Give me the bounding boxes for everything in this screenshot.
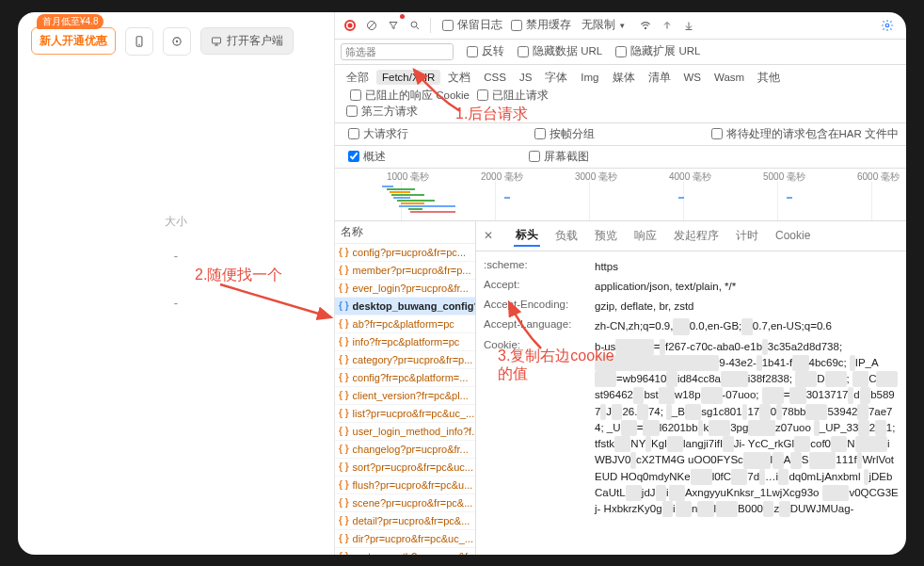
kv-row: Cookie:b-usxxxxxxx=xf267-c70c-aba0-e1bx3…: [484, 337, 899, 520]
accept-value: application/json, text/plain, */*: [595, 279, 899, 295]
svg-point-15: [885, 24, 889, 27]
options-row-2: 概述 屏幕截图: [335, 146, 906, 169]
request-item[interactable]: { }desktop_buwang_config?...: [335, 298, 475, 315]
request-item[interactable]: { }list?pr=ucpro&fr=pc&uc_...: [335, 405, 475, 423]
type-manifest[interactable]: 清单: [643, 69, 677, 87]
group-by-frame-checkbox[interactable]: 按帧分组: [534, 127, 595, 141]
invert-checkbox[interactable]: 反转: [467, 44, 504, 58]
request-item[interactable]: { }ever_login?pr=ucpro&fr...: [335, 280, 475, 298]
annotation-2: 2.随便找一个: [195, 266, 282, 285]
clear-icon[interactable]: [362, 16, 381, 35]
request-item[interactable]: { }config?pr=ucpro&fr=pc...: [335, 244, 475, 262]
options-row: 大请求行 按帧分组 将待处理的请求包含在HAR 文件中: [335, 123, 906, 146]
type-img[interactable]: Img: [575, 70, 604, 85]
kv-row: Accept:application/json, text/plain, */*: [484, 277, 899, 297]
type-media[interactable]: 媒体: [607, 69, 641, 87]
overview-checkbox[interactable]: 概述: [348, 150, 386, 164]
open-vip-button[interactable]: 新人开通优惠: [31, 27, 116, 55]
svg-point-8: [348, 23, 353, 27]
har-pending-checkbox[interactable]: 将待处理的请求包含在HAR 文件中: [711, 127, 899, 141]
request-item[interactable]: { }member?pr=ucpro&fr=p...: [335, 262, 475, 280]
request-detail-column: ✕ 标头 负载 预览 响应 发起程序 计时 Cookie :scheme:htt…: [476, 221, 906, 555]
settings-gear-icon[interactable]: [878, 16, 897, 35]
request-item[interactable]: { }dir?pr=ucpro&fr=pc&uc_...: [335, 530, 475, 548]
request-item[interactable]: { }info?fr=pc&platform=pc: [335, 333, 475, 351]
type-font[interactable]: 字体: [539, 69, 573, 87]
vip-promo-badge: 首月低至¥4.8: [37, 14, 104, 29]
request-item[interactable]: { }detail?pr=ucpro&fr=pc&...: [335, 512, 475, 530]
request-item[interactable]: { }changelog?pr=ucpro&fr...: [335, 441, 475, 459]
kv-row: Accept-Encoding:gzip, deflate, br, zstd: [484, 297, 899, 316]
search-icon[interactable]: [406, 16, 424, 35]
tab-initiator[interactable]: 发起程序: [672, 226, 721, 246]
request-item[interactable]: { }system_path?pr=ucpro&f...: [335, 548, 475, 555]
type-filter-row: 全部 Fetch/XHR 文档 CSS JS 字体 Img 媒体 清单 WS W…: [335, 65, 906, 123]
disable-cache-checkbox[interactable]: 禁用缓存: [511, 18, 571, 32]
svg-point-3: [176, 40, 177, 41]
close-detail-icon[interactable]: ✕: [484, 229, 501, 242]
app-left-pane: 首月低至¥4.8 新人开通优惠 打开客户端 大小 - - 2.随便找一个: [18, 12, 335, 555]
app-top-toolbar: 首月低至¥4.8 新人开通优惠 打开客户端: [18, 12, 334, 65]
timeline-tick: 6000 毫秒: [857, 170, 900, 184]
request-list-header: 名称: [335, 221, 475, 244]
network-toolbar: 保留日志 禁用缓存 无限制 ▼: [335, 12, 906, 40]
request-item[interactable]: { }category?pr=ucpro&fr=p...: [335, 351, 475, 369]
hide-data-url-checkbox[interactable]: 隐藏数据 URL: [518, 44, 602, 58]
filter-input[interactable]: [341, 43, 454, 60]
record-icon[interactable]: [341, 16, 359, 35]
timeline-tick: 1000 毫秒: [387, 170, 429, 184]
request-item[interactable]: { }client_version?fr=pc&pl...: [335, 387, 475, 405]
download-icon[interactable]: [679, 16, 698, 35]
type-other[interactable]: 其他: [752, 69, 786, 87]
request-list[interactable]: { }config?pr=ucpro&fr=pc...{ }member?pr=…: [335, 244, 475, 555]
upload-icon[interactable]: [658, 16, 677, 35]
preserve-log-checkbox[interactable]: 保留日志: [442, 18, 502, 32]
filter-icon[interactable]: [384, 16, 403, 35]
type-ws[interactable]: WS: [678, 70, 708, 85]
blocked-resp-cookie-checkbox[interactable]: 已阻止的响应 Cookie: [350, 89, 470, 103]
timeline-overview[interactable]: 1000 毫秒 2000 毫秒 3000 毫秒 4000 毫秒 5000 毫秒 …: [335, 169, 906, 221]
timeline-tick: 2000 毫秒: [481, 170, 523, 184]
type-fetch-xhr[interactable]: Fetch/XHR: [376, 70, 440, 85]
detail-tabs: ✕ 标头 负载 预览 响应 发起程序 计时 Cookie: [476, 221, 906, 251]
request-list-column: 名称 { }config?pr=ucpro&fr=pc...{ }member?…: [335, 221, 476, 555]
monitor-icon: [211, 36, 222, 47]
svg-line-12: [417, 26, 420, 29]
blocked-req-checkbox[interactable]: 已阻止请求: [477, 89, 549, 103]
tab-response[interactable]: 响应: [632, 226, 659, 246]
request-item[interactable]: { }sort?pr=ucpro&fr=pc&uc...: [335, 459, 475, 477]
svg-point-13: [645, 27, 646, 28]
screenshot-checkbox[interactable]: 屏幕截图: [529, 150, 589, 164]
tab-preview[interactable]: 预览: [593, 226, 619, 246]
dash-value-1: -: [18, 249, 334, 263]
device-icon[interactable]: [125, 27, 153, 56]
third-party-checkbox[interactable]: 第三方请求: [346, 105, 900, 119]
big-req-line-checkbox[interactable]: 大请求行: [348, 127, 408, 141]
request-item[interactable]: { }scene?pr=ucpro&fr=pc&...: [335, 494, 475, 512]
target-icon[interactable]: [163, 27, 191, 56]
type-css[interactable]: CSS: [478, 70, 512, 85]
svg-point-11: [411, 22, 417, 27]
throttle-select[interactable]: 无限制 ▼: [581, 18, 626, 32]
type-js[interactable]: JS: [514, 70, 537, 85]
tab-headers[interactable]: 标头: [514, 225, 540, 247]
network-filterbar: 反转 隐藏数据 URL 隐藏扩展 URL: [335, 40, 906, 65]
tab-payload[interactable]: 负载: [553, 226, 580, 246]
hide-ext-url-checkbox[interactable]: 隐藏扩展 URL: [615, 44, 700, 58]
type-doc[interactable]: 文档: [442, 69, 476, 87]
type-wasm[interactable]: Wasm: [709, 70, 750, 85]
devtools-panel: 保留日志 禁用缓存 无限制 ▼ 反转 隐藏数据 URL 隐藏扩展 URL 全部 …: [335, 12, 906, 555]
type-all[interactable]: 全部: [341, 69, 374, 87]
kv-row: :scheme:https: [484, 257, 899, 277]
request-item[interactable]: { }flush?pr=ucpro&fr=pc&u...: [335, 477, 475, 494]
tab-timing[interactable]: 计时: [734, 226, 760, 246]
tab-cookies[interactable]: Cookie: [773, 227, 812, 244]
request-item[interactable]: { }user_login_method_info?f...: [335, 423, 475, 441]
request-item[interactable]: { }config?fr=pc&platform=...: [335, 369, 475, 387]
kv-row: Accept-Language:zh-CN,zh;q=0.9,xxx0.0,en…: [484, 316, 899, 336]
scheme-value: https: [595, 259, 899, 275]
timeline-tick: 3000 毫秒: [575, 170, 617, 184]
wifi-icon[interactable]: [636, 16, 655, 35]
request-item[interactable]: { }ab?fr=pc&platform=pc: [335, 315, 475, 333]
open-client-button[interactable]: 打开客户端: [200, 27, 294, 55]
